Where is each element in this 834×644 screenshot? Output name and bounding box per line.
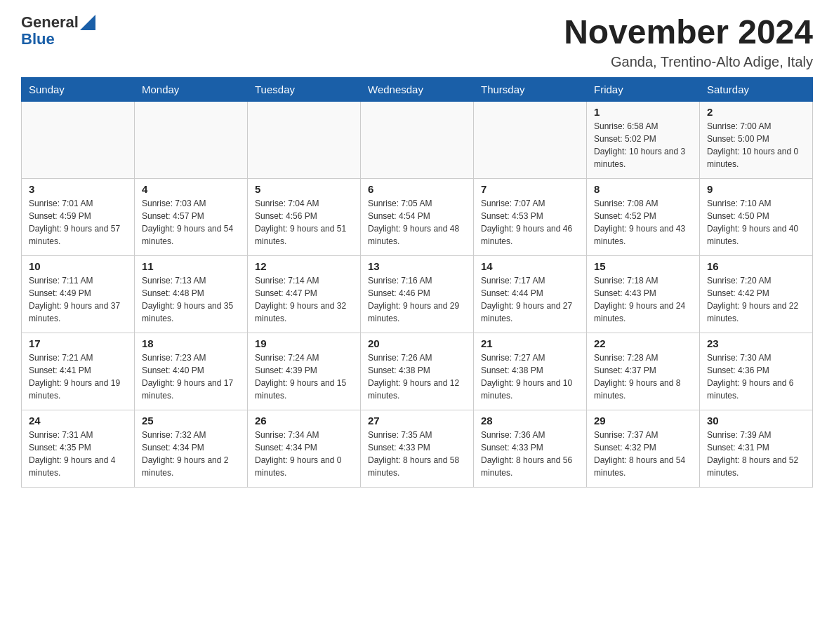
location-subtitle: Ganda, Trentino-Alto Adige, Italy [564,54,813,70]
day-number: 18 [142,337,240,349]
day-number: 15 [594,260,692,272]
calendar-day-cell: 3Sunrise: 7:01 AM Sunset: 4:59 PM Daylig… [22,178,135,255]
calendar-day-cell: 13Sunrise: 7:16 AM Sunset: 4:46 PM Dayli… [361,255,474,333]
page-header: General Blue November 2024 Ganda, Trenti… [21,14,813,70]
day-info: Sunrise: 7:35 AM Sunset: 4:33 PM Dayligh… [368,429,466,479]
calendar-day-cell: 12Sunrise: 7:14 AM Sunset: 4:47 PM Dayli… [248,255,361,333]
day-number: 26 [255,415,353,427]
svg-marker-0 [80,15,95,30]
calendar-day-header: Tuesday [248,77,361,101]
calendar-day-cell: 20Sunrise: 7:26 AM Sunset: 4:38 PM Dayli… [361,333,474,410]
day-info: Sunrise: 7:03 AM Sunset: 4:57 PM Dayligh… [142,197,240,248]
calendar-day-cell [361,101,474,178]
day-info: Sunrise: 7:26 AM Sunset: 4:38 PM Dayligh… [368,351,466,402]
logo: General Blue [21,14,95,48]
day-number: 5 [255,183,353,195]
day-info: Sunrise: 7:34 AM Sunset: 4:34 PM Dayligh… [255,429,353,479]
day-number: 8 [594,183,692,195]
day-number: 9 [707,183,805,195]
calendar-day-cell: 30Sunrise: 7:39 AM Sunset: 4:31 PM Dayli… [700,410,813,487]
calendar-day-cell: 2Sunrise: 7:00 AM Sunset: 5:00 PM Daylig… [700,101,813,178]
calendar-day-cell: 28Sunrise: 7:36 AM Sunset: 4:33 PM Dayli… [474,410,587,487]
day-number: 4 [142,183,240,195]
day-info: Sunrise: 7:28 AM Sunset: 4:37 PM Dayligh… [594,351,692,402]
day-info: Sunrise: 7:20 AM Sunset: 4:42 PM Dayligh… [707,274,805,325]
day-info: Sunrise: 7:14 AM Sunset: 4:47 PM Dayligh… [255,274,353,325]
day-info: Sunrise: 7:32 AM Sunset: 4:34 PM Dayligh… [142,429,240,479]
calendar-day-cell: 29Sunrise: 7:37 AM Sunset: 4:32 PM Dayli… [587,410,700,487]
day-number: 22 [594,337,692,349]
calendar-day-cell: 16Sunrise: 7:20 AM Sunset: 4:42 PM Dayli… [700,255,813,333]
day-info: Sunrise: 7:36 AM Sunset: 4:33 PM Dayligh… [481,429,579,479]
day-number: 11 [142,260,240,272]
day-number: 2 [707,106,805,118]
day-info: Sunrise: 7:08 AM Sunset: 4:52 PM Dayligh… [594,197,692,248]
calendar-day-cell: 1Sunrise: 6:58 AM Sunset: 5:02 PM Daylig… [587,101,700,178]
day-info: Sunrise: 7:24 AM Sunset: 4:39 PM Dayligh… [255,351,353,402]
day-info: Sunrise: 7:16 AM Sunset: 4:46 PM Dayligh… [368,274,466,325]
day-number: 6 [368,183,466,195]
calendar-day-header: Monday [135,77,248,101]
calendar-day-cell [22,101,135,178]
day-info: Sunrise: 7:39 AM Sunset: 4:31 PM Dayligh… [707,429,805,479]
day-info: Sunrise: 7:07 AM Sunset: 4:53 PM Dayligh… [481,197,579,248]
day-number: 16 [707,260,805,272]
day-number: 19 [255,337,353,349]
calendar-day-cell: 26Sunrise: 7:34 AM Sunset: 4:34 PM Dayli… [248,410,361,487]
calendar-day-cell: 27Sunrise: 7:35 AM Sunset: 4:33 PM Dayli… [361,410,474,487]
day-info: Sunrise: 7:18 AM Sunset: 4:43 PM Dayligh… [594,274,692,325]
day-info: Sunrise: 7:21 AM Sunset: 4:41 PM Dayligh… [29,351,127,402]
day-number: 12 [255,260,353,272]
calendar-day-cell [248,101,361,178]
day-number: 1 [594,106,692,118]
calendar-day-cell: 10Sunrise: 7:11 AM Sunset: 4:49 PM Dayli… [22,255,135,333]
day-number: 27 [368,415,466,427]
logo-triangle-icon [80,15,95,30]
day-info: Sunrise: 7:17 AM Sunset: 4:44 PM Dayligh… [481,274,579,325]
calendar-day-cell [474,101,587,178]
day-number: 10 [29,260,127,272]
day-number: 25 [142,415,240,427]
calendar-week-row: 24Sunrise: 7:31 AM Sunset: 4:35 PM Dayli… [22,410,813,487]
day-info: Sunrise: 7:04 AM Sunset: 4:56 PM Dayligh… [255,197,353,248]
day-number: 20 [368,337,466,349]
day-number: 29 [594,415,692,427]
day-number: 14 [481,260,579,272]
calendar-day-cell: 11Sunrise: 7:13 AM Sunset: 4:48 PM Dayli… [135,255,248,333]
calendar-day-header: Thursday [474,77,587,101]
calendar-day-header: Saturday [700,77,813,101]
day-number: 24 [29,415,127,427]
day-number: 13 [368,260,466,272]
calendar-day-header: Friday [587,77,700,101]
day-info: Sunrise: 7:30 AM Sunset: 4:36 PM Dayligh… [707,351,805,402]
day-number: 30 [707,415,805,427]
day-number: 28 [481,415,579,427]
day-number: 21 [481,337,579,349]
calendar-day-cell: 24Sunrise: 7:31 AM Sunset: 4:35 PM Dayli… [22,410,135,487]
calendar-week-row: 17Sunrise: 7:21 AM Sunset: 4:41 PM Dayli… [22,333,813,410]
day-info: Sunrise: 7:27 AM Sunset: 4:38 PM Dayligh… [481,351,579,402]
day-number: 7 [481,183,579,195]
logo-general-text: General [21,14,79,31]
calendar-day-cell: 8Sunrise: 7:08 AM Sunset: 4:52 PM Daylig… [587,178,700,255]
logo-blue-text: Blue [21,31,95,48]
calendar-day-cell: 21Sunrise: 7:27 AM Sunset: 4:38 PM Dayli… [474,333,587,410]
day-number: 3 [29,183,127,195]
day-info: Sunrise: 7:37 AM Sunset: 4:32 PM Dayligh… [594,429,692,479]
calendar-day-cell: 7Sunrise: 7:07 AM Sunset: 4:53 PM Daylig… [474,178,587,255]
calendar-day-cell: 17Sunrise: 7:21 AM Sunset: 4:41 PM Dayli… [22,333,135,410]
title-area: November 2024 Ganda, Trentino-Alto Adige… [564,14,813,70]
day-info: Sunrise: 7:23 AM Sunset: 4:40 PM Dayligh… [142,351,240,402]
day-number: 23 [707,337,805,349]
calendar-table: SundayMondayTuesdayWednesdayThursdayFrid… [21,77,813,488]
day-info: Sunrise: 7:05 AM Sunset: 4:54 PM Dayligh… [368,197,466,248]
day-info: Sunrise: 7:31 AM Sunset: 4:35 PM Dayligh… [29,429,127,479]
calendar-day-cell: 25Sunrise: 7:32 AM Sunset: 4:34 PM Dayli… [135,410,248,487]
calendar-day-cell: 19Sunrise: 7:24 AM Sunset: 4:39 PM Dayli… [248,333,361,410]
calendar-day-cell: 23Sunrise: 7:30 AM Sunset: 4:36 PM Dayli… [700,333,813,410]
day-info: Sunrise: 7:01 AM Sunset: 4:59 PM Dayligh… [29,197,127,248]
day-info: Sunrise: 6:58 AM Sunset: 5:02 PM Dayligh… [594,120,692,170]
calendar-day-header: Wednesday [361,77,474,101]
day-info: Sunrise: 7:10 AM Sunset: 4:50 PM Dayligh… [707,197,805,248]
calendar-day-header: Sunday [22,77,135,101]
